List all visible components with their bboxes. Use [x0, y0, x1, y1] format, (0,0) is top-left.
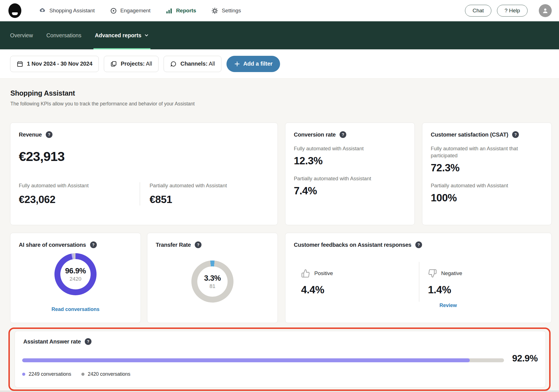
- transfer-rate-donut-chart: 3.3% 81: [191, 260, 233, 303]
- primary-nav: Shopping Assistant Engagement Reports Se…: [39, 7, 241, 14]
- answer-rate-legend: 2249 conversations 2420 conversations: [22, 371, 130, 377]
- kpi-value: 7.4%: [294, 185, 406, 197]
- nav-item-label: Settings: [222, 8, 241, 14]
- add-filter-label: Add a filter: [243, 61, 272, 67]
- plus-icon: [234, 61, 240, 67]
- transfer-rate-card-title: Transfer Rate: [156, 242, 191, 248]
- add-filter-button[interactable]: Add a filter: [226, 56, 280, 72]
- ai-share-donut-chart: 96.9% 2420: [54, 253, 97, 295]
- nav-item-label: Reports: [176, 8, 196, 14]
- revenue-card: Revenue ? €23,913 Fully automated with A…: [10, 123, 278, 225]
- ai-share-card: AI share of conversations ? 96.9% 2420 R…: [10, 233, 141, 323]
- negative-label: Negative: [441, 270, 462, 276]
- feedback-card-title: Customer feedbacks on Assistant response…: [294, 242, 411, 248]
- assistant-answer-rate-card: Assistant Answer rate ? 92.9% 2249 conve…: [15, 331, 546, 388]
- thumbs-up-icon: [301, 269, 310, 278]
- review-link[interactable]: Review: [439, 303, 457, 308]
- tab-advanced-reports[interactable]: Advanced reports: [95, 21, 149, 49]
- help-tooltip-icon[interactable]: ?: [46, 131, 52, 138]
- page-title: Shopping Assistant: [10, 89, 75, 97]
- ai-share-percent: 96.9%: [65, 267, 86, 275]
- brand-logo[interactable]: [8, 3, 21, 18]
- conversion-rate-card: Conversion rate ? Fully automated with A…: [285, 123, 415, 225]
- brand-logo-mouth: [12, 12, 18, 15]
- legend-label: 2249 conversations: [29, 371, 71, 377]
- revenue-total-value: €23,913: [19, 149, 269, 164]
- projects-filter-value: All: [146, 61, 152, 67]
- projects-filter[interactable]: Projects:All: [104, 56, 159, 72]
- kpi-value: €23,062: [19, 194, 140, 206]
- chat-button[interactable]: Chat: [465, 5, 491, 17]
- user-avatar[interactable]: [539, 4, 552, 17]
- nav-item-label: Shopping Assistant: [49, 8, 95, 14]
- help-tooltip-icon[interactable]: ?: [340, 131, 346, 138]
- answer-rate-value: 92.9%: [512, 353, 538, 364]
- feedback-divider: [419, 262, 419, 302]
- kpi-value: 72.3%: [431, 162, 543, 174]
- nav-item-reports[interactable]: Reports: [166, 7, 196, 14]
- positive-value: 4.4%: [301, 284, 333, 296]
- gear-icon: [211, 7, 218, 14]
- help-tooltip-icon[interactable]: ?: [85, 338, 91, 345]
- csat-card: Customer satisfaction (CSAT) ? Fully aut…: [422, 123, 552, 225]
- channels-filter-value: All: [209, 61, 215, 67]
- channels-filter-label: Channels:: [180, 61, 208, 67]
- tab-label: Overview: [10, 32, 33, 39]
- person-icon: [542, 7, 549, 14]
- kpi-label: Fully automated with Assistant: [19, 182, 140, 189]
- positive-label: Positive: [314, 270, 333, 276]
- customer-feedback-card: Customer feedbacks on Assistant response…: [285, 233, 552, 323]
- channels-filter[interactable]: Channels:All: [164, 56, 221, 72]
- kpi-value: 100%: [431, 192, 543, 204]
- negative-feedback-block: Negative 1.4%: [428, 269, 462, 296]
- nav-item-label: Engagement: [120, 8, 151, 14]
- csat-card-title: Customer satisfaction (CSAT): [431, 132, 508, 138]
- nav-item-settings[interactable]: Settings: [211, 7, 241, 14]
- kpi-label: Partially automated with Assistant: [294, 175, 406, 182]
- revenue-fully-automated: Fully automated with Assistant €23,062: [19, 182, 140, 206]
- revenue-card-title: Revenue: [19, 132, 42, 138]
- reports-sub-nav: Overview Conversations Advanced reports: [0, 21, 559, 49]
- top-bar: Shopping Assistant Engagement Reports Se…: [0, 0, 559, 21]
- legend-dot-purple: [22, 373, 25, 376]
- calendar-icon: [17, 61, 23, 67]
- page-subtitle: The following KPIs allow you to track th…: [10, 101, 195, 107]
- ai-share-count: 2420: [70, 276, 81, 282]
- kpi-value: 12.3%: [294, 155, 406, 167]
- revenue-partially-automated: Partially automated with Assistant €851: [140, 182, 269, 206]
- kpi-label: Partially automated with Assistant: [431, 182, 543, 189]
- target-icon: [110, 7, 117, 14]
- tab-conversations[interactable]: Conversations: [46, 21, 81, 49]
- transfer-rate-card: Transfer Rate ? 3.3% 81: [147, 233, 278, 323]
- answer-rate-progress-fill: [22, 358, 470, 362]
- help-tooltip-icon[interactable]: ?: [90, 241, 97, 248]
- legend-item-total: 2420 conversations: [81, 371, 130, 377]
- help-tooltip-icon[interactable]: ?: [512, 131, 519, 138]
- tab-label: Conversations: [46, 32, 81, 39]
- projects-icon: [110, 61, 117, 67]
- chevron-down-icon: [144, 33, 149, 38]
- kpi-label: Fully automated with an Assistant that p…: [431, 145, 523, 159]
- date-range-filter[interactable]: 1 Nov 2024 - 30 Nov 2024: [10, 56, 99, 72]
- projects-filter-label: Projects:: [121, 61, 145, 67]
- legend-item-answered: 2249 conversations: [22, 371, 71, 377]
- legend-label: 2420 conversations: [88, 371, 130, 377]
- transfer-rate-count: 81: [209, 283, 215, 289]
- date-range-value: 1 Nov 2024 - 30 Nov 2024: [27, 61, 92, 67]
- read-conversations-link[interactable]: Read conversations: [51, 306, 99, 312]
- nav-item-shopping-assistant[interactable]: Shopping Assistant: [39, 7, 95, 14]
- positive-feedback-block: Positive 4.4%: [301, 269, 333, 296]
- help-tooltip-icon[interactable]: ?: [195, 241, 201, 248]
- ai-share-card-title: AI share of conversations: [19, 242, 86, 248]
- page-bottom-divider: [0, 391, 559, 392]
- answer-rate-card-title: Assistant Answer rate: [23, 338, 81, 345]
- nav-item-engagement[interactable]: Engagement: [110, 7, 151, 14]
- answer-rate-progress-bar: [22, 358, 504, 362]
- kpi-label: Fully automated with Assistant: [294, 145, 406, 152]
- kpi-value: €851: [150, 194, 269, 206]
- tab-overview[interactable]: Overview: [10, 21, 33, 49]
- help-tooltip-icon[interactable]: ?: [415, 241, 422, 248]
- help-button[interactable]: ? Help: [497, 5, 528, 17]
- transfer-rate-percent: 3.3%: [204, 274, 221, 283]
- legend-dot-gray: [81, 373, 84, 376]
